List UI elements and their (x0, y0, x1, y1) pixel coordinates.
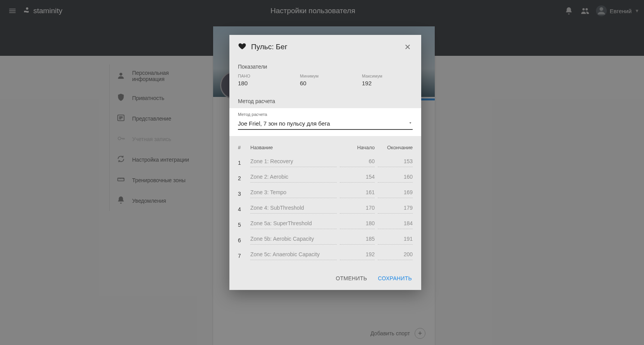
method-select-wrap: Метод расчета Joe Friel, 7 зон по пульсу… (229, 108, 421, 136)
zone-name-input[interactable]: Zone 1: Recovery (250, 158, 337, 167)
zone-name-input[interactable]: Zone 4: SubThreshold (250, 205, 337, 214)
method-section-title: Метод расчета (229, 93, 421, 108)
save-button[interactable]: СОХРАНИТЬ (378, 275, 412, 281)
row-index: 4 (238, 206, 247, 212)
metric-value: 60 (300, 80, 346, 86)
zone-name-input[interactable]: Zone 2: Aerobic (250, 174, 337, 183)
zone-start-input[interactable]: 185 (340, 236, 375, 245)
zone-end-input[interactable]: 184 (378, 220, 413, 229)
row-index: 7 (238, 253, 247, 259)
method-value: Joe Friel, 7 зон по пульсу для бега (238, 120, 330, 127)
zones-modal: Пульс: Бег Показатели ПАНО 180 Минимум 6… (229, 35, 421, 290)
zone-end-input[interactable]: 191 (378, 236, 413, 245)
col-end: Окончание (378, 145, 413, 150)
table-row: 2Zone 2: Aerobic154160 (238, 170, 413, 185)
cancel-button[interactable]: ОТМЕНИТЬ (336, 275, 367, 281)
zone-end-input[interactable]: 153 (378, 158, 413, 167)
zone-name-input[interactable]: Zone 5a: SuperThreshold (250, 220, 337, 229)
zone-start-input[interactable]: 192 (340, 251, 375, 260)
metric-label: Минимум (300, 74, 346, 78)
metric-label: ПАНО (238, 74, 284, 78)
zone-start-input[interactable]: 170 (340, 205, 375, 214)
method-select[interactable]: Joe Friel, 7 зон по пульсу для бега (238, 118, 413, 130)
row-index: 5 (238, 222, 247, 228)
col-name: Название (250, 145, 337, 150)
metric-max: Максимум 192 (362, 74, 408, 86)
table-row: 5Zone 5a: SuperThreshold180184 (238, 216, 413, 232)
modal-header: Пульс: Бег (229, 35, 421, 59)
method-field-label: Метод расчета (238, 112, 413, 117)
metric-value: 192 (362, 80, 408, 86)
zone-start-input[interactable]: 180 (340, 220, 375, 229)
modal-title: Пульс: Бег (251, 43, 398, 51)
col-start: Начало (340, 145, 375, 150)
zones-table: # Название Начало Окончание 1Zone 1: Rec… (229, 136, 421, 270)
table-header: # Название Начало Окончание (238, 145, 413, 154)
zone-start-input[interactable]: 154 (340, 174, 375, 183)
row-index: 1 (238, 160, 247, 166)
zone-start-input[interactable]: 60 (340, 158, 375, 167)
close-icon (404, 43, 411, 50)
heart-icon (238, 42, 246, 52)
zone-name-input[interactable]: Zone 5c: Anaerobic Capacity (250, 251, 337, 260)
table-row: 1Zone 1: Recovery60153 (238, 154, 413, 170)
chevron-down-icon (408, 120, 413, 127)
modal-actions: ОТМЕНИТЬ СОХРАНИТЬ (229, 270, 421, 290)
table-row: 7Zone 5c: Anaerobic Capacity192200 (238, 247, 413, 263)
metrics-row: ПАНО 180 Минимум 60 Максимум 192 (229, 70, 421, 93)
metric-value: 180 (238, 80, 284, 86)
row-index: 3 (238, 191, 247, 197)
metrics-section-title: Показатели (229, 59, 421, 70)
table-row: 6Zone 5b: Aerobic Capacity185191 (238, 232, 413, 247)
row-index: 2 (238, 175, 247, 181)
col-index: # (238, 145, 247, 150)
close-button[interactable] (403, 42, 413, 52)
metric-min: Минимум 60 (300, 74, 346, 86)
zone-end-input[interactable]: 160 (378, 174, 413, 183)
row-index: 6 (238, 237, 247, 243)
zone-end-input[interactable]: 179 (378, 205, 413, 214)
table-row: 3Zone 3: Tempo161169 (238, 185, 413, 201)
metric-pano: ПАНО 180 (238, 74, 284, 86)
zone-end-input[interactable]: 169 (378, 189, 413, 198)
table-row: 4Zone 4: SubThreshold170179 (238, 201, 413, 216)
zone-start-input[interactable]: 161 (340, 189, 375, 198)
zone-name-input[interactable]: Zone 5b: Aerobic Capacity (250, 236, 337, 245)
metric-label: Максимум (362, 74, 408, 78)
zone-end-input[interactable]: 200 (378, 251, 413, 260)
zone-name-input[interactable]: Zone 3: Tempo (250, 189, 337, 198)
